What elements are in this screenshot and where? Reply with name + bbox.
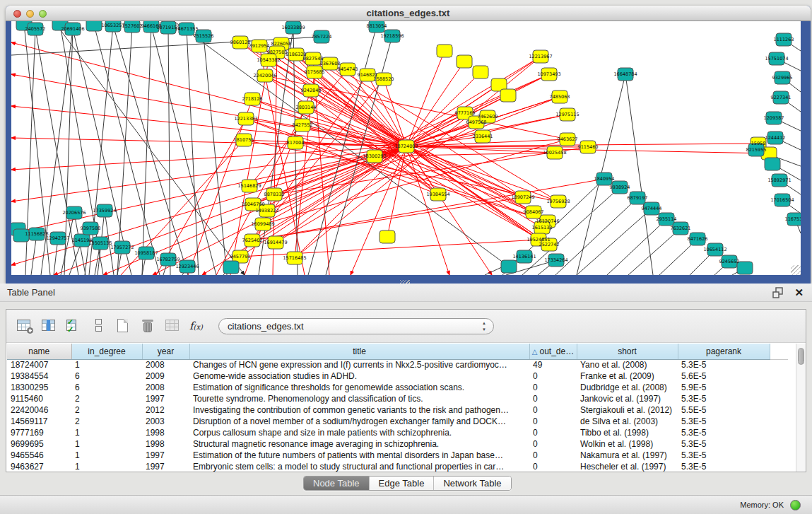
- table-cell[interactable]: [770, 450, 788, 461]
- table-cell[interactable]: 9115460: [7, 393, 71, 404]
- table-cell[interactable]: 1: [71, 438, 142, 450]
- graph-node[interactable]: [223, 261, 239, 274]
- select-column-icon[interactable]: [41, 318, 58, 334]
- table-cell[interactable]: Structural magnetic resonance image aver…: [189, 438, 529, 450]
- table-row[interactable]: 977716911998Corpus callosum shape and si…: [7, 427, 788, 438]
- table-row[interactable]: 1456911722003Disruption of a novel membe…: [7, 416, 788, 427]
- table-cell[interactable]: 9465546: [7, 450, 71, 461]
- graph-edge[interactable]: [168, 28, 170, 275]
- graph-edge[interactable]: [11, 146, 406, 170]
- table-cell[interactable]: 5.9E-5: [678, 382, 770, 393]
- table-cell[interactable]: 0: [529, 382, 577, 393]
- graph-edge[interactable]: [11, 106, 406, 146]
- table-cell[interactable]: Changes of HCN gene expression and I(f) …: [189, 359, 529, 370]
- table-cell[interactable]: Wolkin et al. (1998): [577, 438, 678, 450]
- graph-edge[interactable]: [577, 209, 652, 275]
- close-panel-icon[interactable]: ✕: [794, 284, 804, 301]
- tab-node-table[interactable]: Node Table: [304, 477, 369, 490]
- table-cell[interactable]: 0: [529, 393, 577, 404]
- table-cell[interactable]: 18724007: [7, 359, 71, 370]
- graph-node[interactable]: [379, 230, 395, 243]
- graph-edge[interactable]: [555, 198, 637, 275]
- tab-edge-table[interactable]: Edge Table: [369, 477, 434, 490]
- table-cell[interactable]: [770, 416, 788, 427]
- table-cell[interactable]: Estimation of the future numbers of pati…: [189, 450, 529, 461]
- table-cell[interactable]: 1997: [142, 461, 189, 472]
- network-canvas[interactable]: 1872400798601288912954822605898275038186…: [11, 21, 801, 275]
- table-row[interactable]: 1872400712008Changes of HCN gene express…: [7, 359, 788, 370]
- table-cell[interactable]: 14569117: [7, 416, 71, 427]
- table-cell[interactable]: 1997: [142, 450, 189, 461]
- table-cell[interactable]: Embryonic stem cells: a model to study s…: [189, 461, 529, 472]
- graph-node[interactable]: [86, 21, 102, 31]
- column-header-out_de[interactable]: △out_de…: [529, 344, 577, 359]
- table-cell[interactable]: 0: [529, 450, 577, 461]
- table-cell[interactable]: 5.3E-5: [678, 359, 770, 370]
- table-cell[interactable]: Stergiakouli et al. (2012): [577, 404, 678, 416]
- table-cell[interactable]: Tourette syndrome. Phenomenology and cla…: [189, 393, 529, 404]
- table-cell[interactable]: 6: [71, 370, 142, 382]
- graph-node[interactable]: [473, 66, 488, 78]
- table-cell[interactable]: 1998: [142, 427, 189, 438]
- table-row[interactable]: 946362711997Embryonic stem cells: a mode…: [7, 461, 788, 472]
- graph-node[interactable]: [437, 45, 452, 57]
- window-titlebar[interactable]: citations_edges.txt: [6, 6, 811, 21]
- minimize-icon[interactable]: [26, 10, 34, 18]
- table-row[interactable]: 2242004622012Investigating the contribut…: [7, 404, 788, 416]
- table-cell[interactable]: 1: [71, 450, 142, 461]
- table-row[interactable]: 1938455462009Genome-wide association stu…: [7, 370, 788, 382]
- table-cell[interactable]: [770, 370, 788, 382]
- column-header-pagerank[interactable]: pagerank: [678, 344, 770, 359]
- row-height-icon[interactable]: [90, 318, 107, 334]
- graph-edge[interactable]: [187, 29, 199, 275]
- table-cell[interactable]: 5.3E-5: [678, 438, 770, 450]
- table-cell[interactable]: 0: [529, 427, 577, 438]
- graph-edge[interactable]: [406, 146, 542, 228]
- table-cell[interactable]: 1: [71, 461, 142, 472]
- table-cell[interactable]: Genome-wide association studies in ADHD.: [189, 370, 529, 382]
- memory-ok-icon[interactable]: [790, 500, 801, 510]
- graph-edge[interactable]: [252, 179, 604, 240]
- table-cell[interactable]: [770, 461, 788, 472]
- table-cell[interactable]: [770, 404, 788, 416]
- graph-node[interactable]: [765, 158, 780, 170]
- table-row[interactable]: 969969511998Structural magnetic resonanc…: [7, 438, 788, 450]
- close-icon[interactable]: [13, 10, 21, 18]
- window-resize-grip[interactable]: [791, 265, 801, 275]
- table-cell[interactable]: 5.3E-5: [678, 427, 770, 438]
- new-document-icon[interactable]: [115, 318, 132, 334]
- graph-node[interactable]: [500, 89, 516, 102]
- table-cell[interactable]: 5.6E-5: [678, 370, 770, 382]
- float-window-icon[interactable]: [772, 287, 784, 298]
- table-cell[interactable]: Disruption of a novel member of a sodium…: [189, 416, 529, 427]
- table-cell[interactable]: 2: [71, 404, 142, 416]
- table-cell[interactable]: 2009: [142, 370, 189, 382]
- table-cell[interactable]: 5.3E-5: [678, 416, 770, 427]
- table-cell[interactable]: Franke et al. (2009): [577, 370, 678, 382]
- table-cell[interactable]: de Silva et al. (2003): [577, 416, 678, 427]
- table-cell[interactable]: Yano et al. (2008): [577, 359, 678, 370]
- graph-node[interactable]: [501, 260, 517, 273]
- table-cell[interactable]: 2012: [142, 404, 189, 416]
- table-cell[interactable]: 9699695: [7, 438, 71, 450]
- table-cell[interactable]: 2: [71, 393, 142, 404]
- column-header-title[interactable]: title: [189, 344, 529, 359]
- table-cell[interactable]: 49: [529, 359, 577, 370]
- select-rows-icon[interactable]: ✓✓: [66, 318, 83, 334]
- function-builder-icon[interactable]: f(x): [189, 320, 203, 332]
- table-cell[interactable]: 0: [529, 461, 577, 472]
- column-header-year[interactable]: year: [142, 344, 189, 359]
- table-cell[interactable]: [770, 393, 788, 404]
- graph-edge[interactable]: [249, 156, 375, 186]
- table-cell[interactable]: Hescheler et al. (1997): [577, 461, 678, 472]
- graph-edge[interactable]: [11, 138, 406, 146]
- table-cell[interactable]: Tibbo et al. (1998): [577, 427, 678, 438]
- delete-icon[interactable]: [140, 318, 157, 334]
- table-cell[interactable]: 0: [529, 416, 577, 427]
- table-cell[interactable]: 5.3E-5: [678, 450, 770, 461]
- graph-edge[interactable]: [607, 219, 666, 275]
- table-cell[interactable]: 0: [529, 404, 577, 416]
- table-cell[interactable]: Investigating the contribution of common…: [189, 404, 529, 416]
- vertical-scrollbar[interactable]: [796, 344, 806, 472]
- table-cell[interactable]: [770, 427, 788, 438]
